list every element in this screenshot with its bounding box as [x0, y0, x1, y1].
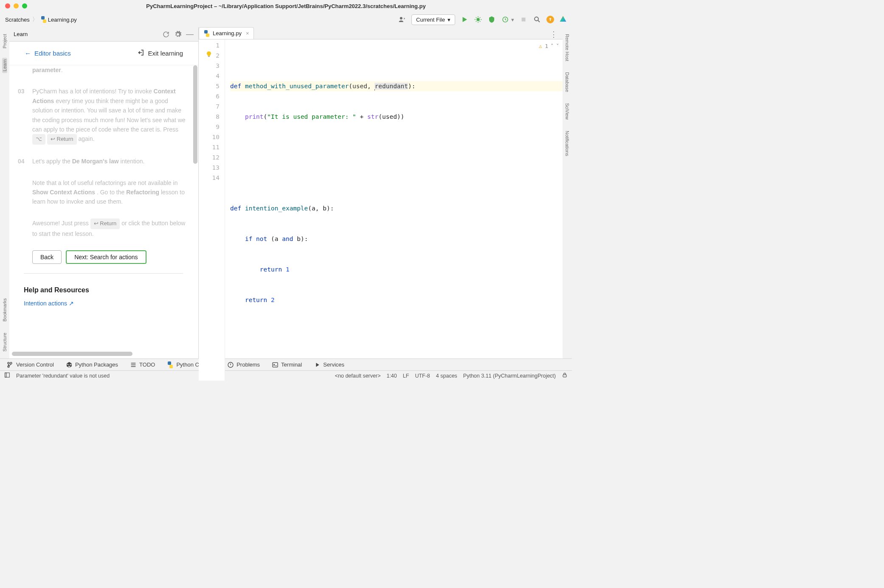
- learn-topbar: ← Editor basics Exit learning: [9, 42, 198, 65]
- todo-tool[interactable]: TODO: [130, 361, 155, 368]
- jetbrains-toolbox-icon[interactable]: [559, 15, 567, 24]
- svg-point-0: [400, 17, 403, 20]
- kbd-option: ⌥: [32, 134, 45, 145]
- svg-rect-12: [563, 375, 566, 377]
- help-title: Help and Resources: [24, 285, 189, 296]
- gear-icon[interactable]: [174, 30, 182, 39]
- titlebar: PyCharmLearningProject – ~/Library/Appli…: [0, 0, 572, 12]
- status-lock-icon[interactable]: [562, 372, 568, 379]
- left-tool-rail: Project Learn Bookmarks Structure: [0, 27, 9, 358]
- chevron-down-icon: ▾: [448, 17, 450, 23]
- version-control-tool[interactable]: Version Control: [7, 361, 54, 368]
- learn-tool-tab[interactable]: Learn: [2, 58, 7, 73]
- exit-learning-button[interactable]: Exit learning: [137, 49, 183, 58]
- run-config-selector[interactable]: Current File ▾: [411, 14, 455, 25]
- learn-body[interactable]: parameter. 03 PyCharm has a lot of inten…: [9, 65, 198, 358]
- run-coverage-button[interactable]: [487, 15, 496, 24]
- breadcrumb-root[interactable]: Scratches: [5, 17, 30, 23]
- arrow-left-icon: ←: [25, 50, 31, 57]
- svg-point-4: [535, 17, 538, 21]
- main-body: Project Learn Bookmarks Structure Learn …: [0, 27, 572, 358]
- step-number: 04: [18, 157, 27, 166]
- project-tool-tab[interactable]: Project: [2, 32, 7, 50]
- ide-window: PyCharmLearningProject – ~/Library/Appli…: [0, 0, 572, 381]
- intention-actions-link[interactable]: Intention actions ↗: [24, 299, 189, 308]
- code-content[interactable]: ⚠ 1 ˄ ˅ def method_with_unused_parameter…: [225, 39, 563, 381]
- inspection-indicator[interactable]: ⚠ 1 ˄ ˅: [539, 41, 559, 51]
- python-packages-tool[interactable]: Python Packages: [66, 361, 118, 368]
- next-button[interactable]: Next: Search for actions: [66, 250, 146, 264]
- step-number: 03: [18, 87, 27, 145]
- learn-panel-header: Learn —: [9, 27, 198, 42]
- lesson-step-03: 03 PyCharm has a lot of intentions! Try …: [18, 87, 189, 145]
- editor-panel: Learning.py × ⋮ 1 2 3 4 5 6 7 8 9 10 11: [199, 27, 563, 358]
- update-available-icon[interactable]: [546, 16, 554, 23]
- lesson-fragment: parameter: [32, 67, 61, 73]
- search-everywhere-icon[interactable]: [533, 15, 541, 24]
- kbd-return: ↩ Return: [90, 218, 120, 229]
- run-config-label: Current File: [416, 17, 445, 23]
- debug-button[interactable]: [474, 15, 482, 24]
- kbd-return: ↩ Return: [47, 134, 77, 145]
- editor-tab-bar: Learning.py × ⋮: [199, 27, 563, 39]
- close-tab-icon[interactable]: ×: [246, 30, 249, 36]
- bookmarks-tool-tab[interactable]: Bookmarks: [2, 297, 7, 323]
- run-button[interactable]: [460, 15, 469, 24]
- structure-tool-tab[interactable]: Structure: [2, 331, 7, 353]
- zoom-window-button[interactable]: [22, 3, 27, 8]
- right-tool-rail: Remote Host Database SciView Notificatio…: [563, 27, 572, 358]
- lesson-nav-buttons: Back Next: Search for actions: [32, 250, 189, 264]
- prev-highlight-icon[interactable]: ˄: [551, 41, 554, 51]
- refresh-icon[interactable]: [162, 30, 170, 39]
- breadcrumb-separator: 〉: [32, 16, 38, 23]
- intention-bulb-icon[interactable]: [206, 50, 212, 57]
- editor-area[interactable]: 1 2 3 4 5 6 7 8 9 10 11 12 13 14: [199, 39, 563, 381]
- learn-panel: Learn — ← Editor basics Exit learning: [9, 27, 199, 358]
- minimize-panel-icon[interactable]: —: [186, 30, 194, 39]
- window-controls: [5, 3, 27, 8]
- main-toolbar-right: Current File ▾ ▾: [398, 14, 567, 25]
- exit-icon: [137, 49, 144, 58]
- svg-rect-11: [5, 373, 7, 378]
- minimize-window-button[interactable]: [14, 3, 19, 8]
- svg-rect-5: [208, 56, 210, 57]
- svg-point-6: [8, 362, 9, 364]
- stop-button: [519, 15, 528, 24]
- editor-tab-label: Learning.py: [213, 30, 242, 36]
- remote-host-tool-tab[interactable]: Remote Host: [565, 32, 570, 63]
- svg-rect-3: [522, 18, 526, 22]
- warning-icon: ⚠: [539, 41, 542, 51]
- back-button[interactable]: Back: [32, 250, 62, 264]
- learn-vertical-scrollbar[interactable]: [193, 65, 197, 164]
- database-tool-tab[interactable]: Database: [565, 70, 570, 94]
- profile-dropdown-icon[interactable]: ▾: [511, 17, 514, 23]
- nav-toolbar: Scratches 〉 Learning.py Current File ▾ ▾: [0, 12, 572, 27]
- python-file-icon: [40, 16, 47, 23]
- python-icon: [167, 361, 174, 368]
- editor-basics-link[interactable]: ← Editor basics: [25, 50, 71, 57]
- window-title: PyCharmLearningProject – ~/Library/Appli…: [0, 3, 572, 9]
- lesson-step-04: 04 Let's apply the De Morgan's law inten…: [18, 157, 189, 166]
- close-window-button[interactable]: [5, 3, 10, 8]
- python-file-icon: [203, 30, 210, 37]
- help-section: Help and Resources Intention actions ↗: [18, 285, 189, 308]
- status-message: Parameter 'redundant' value is not used: [16, 373, 110, 379]
- lesson-awesome: Awesome! Just press ↩ Return or click th…: [18, 218, 189, 238]
- gutter: 1 2 3 4 5 6 7 8 9 10 11 12 13 14: [199, 39, 225, 381]
- lesson-note: Note that a lot of useful refactorings a…: [18, 178, 189, 207]
- svg-point-1: [476, 18, 480, 21]
- notifications-tool-tab[interactable]: Notifications: [565, 129, 570, 158]
- editor-tab-learning[interactable]: Learning.py ×: [199, 27, 254, 39]
- breadcrumb-file[interactable]: Learning.py: [48, 17, 77, 23]
- tool-window-toggle-icon[interactable]: [4, 372, 10, 379]
- editor-more-icon[interactable]: ⋮: [545, 30, 563, 39]
- profile-button[interactable]: [501, 15, 510, 24]
- breadcrumb: Scratches 〉 Learning.py: [5, 16, 77, 23]
- next-highlight-icon[interactable]: ˅: [556, 41, 559, 51]
- with-me-icon[interactable]: [398, 15, 406, 24]
- sciview-tool-tab[interactable]: SciView: [565, 101, 570, 121]
- svg-rect-10: [5, 373, 10, 378]
- learn-panel-title: Learn: [14, 31, 28, 37]
- learn-horizontal-scrollbar[interactable]: [12, 352, 132, 356]
